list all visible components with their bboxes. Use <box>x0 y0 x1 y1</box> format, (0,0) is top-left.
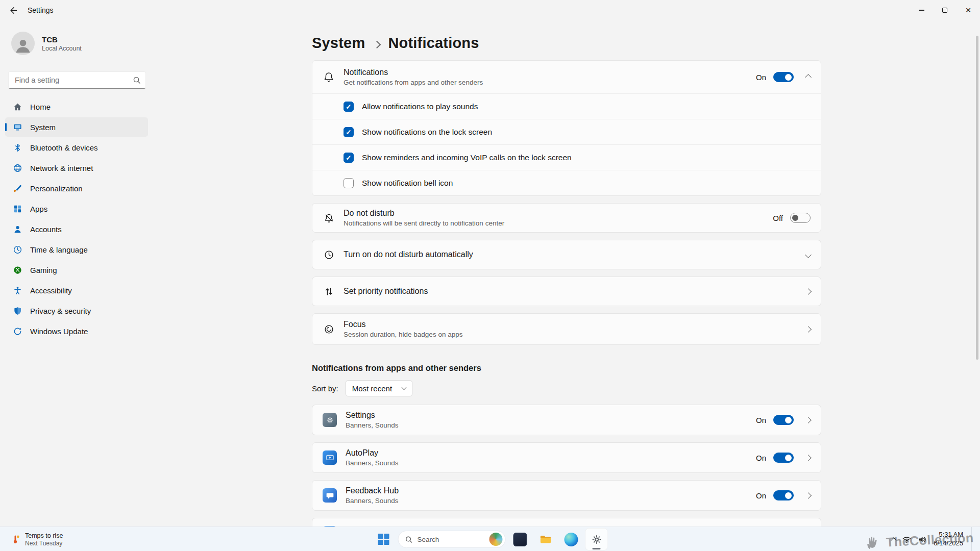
sidebar-item-label: Windows Update <box>30 327 88 336</box>
page-title: Notifications <box>388 35 479 52</box>
card-title: Notifications <box>344 68 756 77</box>
sidebar-item-label: Home <box>30 103 51 111</box>
chevron-right-icon <box>805 492 812 499</box>
account-name: TCB <box>42 35 82 44</box>
tray-chevron-up-icon[interactable] <box>891 537 896 543</box>
account-text: TCB Local Account <box>42 35 82 52</box>
find-setting-input[interactable] <box>8 71 146 89</box>
scrollbar[interactable] <box>976 36 978 360</box>
checkbox-icon[interactable] <box>344 178 354 188</box>
notifications-toggle-row[interactable]: Notifications Get notifications from app… <box>312 61 821 93</box>
app-toggle[interactable] <box>773 415 794 425</box>
close-button[interactable] <box>957 0 980 20</box>
checkbox-icon[interactable] <box>344 102 354 112</box>
back-arrow-icon <box>9 6 18 15</box>
start-button[interactable] <box>373 528 395 550</box>
option-play-sounds[interactable]: Allow notifications to play sounds <box>312 93 821 119</box>
sidebar-item-label: Accessibility <box>30 286 72 295</box>
wifi-icon[interactable] <box>902 535 912 544</box>
sidebar-item-label: Privacy & security <box>30 307 91 315</box>
sidebar-item-time-language[interactable]: Time & language <box>5 240 148 259</box>
dnd-auto-expander[interactable]: Turn on do not disturb automatically <box>312 240 821 269</box>
bell-icon <box>323 71 335 83</box>
taskbar-center: Search <box>373 527 608 551</box>
sidebar-item-network-internet[interactable]: Network & internet <box>5 158 148 178</box>
folder-icon <box>538 533 552 546</box>
maximize-button[interactable] <box>933 0 957 20</box>
focus-row[interactable]: Focus Session duration, hide badges on a… <box>312 313 821 345</box>
close-icon <box>965 5 971 15</box>
option-lock-screen[interactable]: Show notifications on the lock screen <box>312 119 821 144</box>
search-highlight-image[interactable] <box>489 533 503 546</box>
settings-app-icon <box>323 413 337 427</box>
minimize-button[interactable] <box>910 0 933 20</box>
taskbar-search[interactable]: Search <box>398 531 506 548</box>
card-title: Set priority notifications <box>344 287 801 296</box>
file-explorer-button[interactable] <box>534 528 557 550</box>
card-subtitle: Notifications will be sent directly to n… <box>344 219 773 227</box>
sidebar-item-label: System <box>30 123 56 132</box>
taskbar-clock[interactable]: 5:31 AM 6/14/2025 <box>934 531 963 548</box>
clock-date: 6/14/2025 <box>934 539 963 548</box>
maximize-icon <box>942 8 947 13</box>
sidebar: TCB Local Account Home System Bluetooth … <box>0 20 153 527</box>
app-detail: Banners, Sounds <box>346 421 756 429</box>
sidebar-item-label: Time & language <box>30 245 88 254</box>
clock-icon <box>12 244 22 255</box>
do-not-disturb-row[interactable]: Do not disturb Notifications will be sen… <box>312 203 821 233</box>
checkbox-icon[interactable] <box>344 153 354 163</box>
app-text: AutoPlay Banners, Sounds <box>346 448 756 467</box>
breadcrumb-system[interactable]: System <box>312 35 365 52</box>
taskbar-app-dark-window[interactable] <box>509 528 531 550</box>
sidebar-item-personalization[interactable]: Personalization <box>5 179 148 198</box>
app-text: Feedback Hub Banners, Sounds <box>346 486 756 505</box>
sidebar-item-bluetooth-devices[interactable]: Bluetooth & devices <box>5 138 148 157</box>
sidebar-item-apps[interactable]: Apps <box>5 199 148 218</box>
card-title: Focus <box>344 320 801 329</box>
focus-icon <box>323 324 335 335</box>
priority-notifications-row[interactable]: Set priority notifications <box>312 277 821 306</box>
checkbox-icon[interactable] <box>344 127 354 137</box>
sort-dropdown-value: Most recent <box>352 384 392 393</box>
do-not-disturb-toggle[interactable] <box>790 213 811 223</box>
toggle-state-label: On <box>756 416 766 424</box>
app-row-settings[interactable]: Settings Banners, Sounds On <box>312 405 821 435</box>
sort-dropdown[interactable]: Most recent <box>346 380 412 396</box>
sidebar-search <box>8 71 146 89</box>
back-button[interactable] <box>4 2 22 19</box>
sidebar-item-windows-update[interactable]: Windows Update <box>5 321 148 341</box>
settings-app-button[interactable] <box>585 528 608 550</box>
option-reminders-voip[interactable]: Show reminders and incoming VoIP calls o… <box>312 144 821 170</box>
card-subtitle: Session duration, hide badges on apps <box>344 331 801 338</box>
sidebar-item-accessibility[interactable]: Accessibility <box>5 281 148 300</box>
paintbrush-icon <box>12 183 22 193</box>
sidebar-item-accounts[interactable]: Accounts <box>5 219 148 239</box>
sidebar-item-system[interactable]: System <box>5 117 148 137</box>
app-row-feedback-hub[interactable]: Feedback Hub Banners, Sounds On <box>312 480 821 511</box>
sidebar-item-label: Network & internet <box>30 164 93 172</box>
account-header[interactable]: TCB Local Account <box>11 32 145 55</box>
sidebar-item-gaming[interactable]: Gaming <box>5 260 148 280</box>
app-toggle[interactable] <box>773 453 794 463</box>
shield-icon <box>12 306 22 316</box>
chevron-right-icon <box>805 455 812 461</box>
apps-section-heading: Notifications from apps and other sender… <box>312 363 821 373</box>
weather-subtitle: Next Tuesday <box>25 540 63 547</box>
card-title: Turn on do not disturb automatically <box>344 250 801 259</box>
sidebar-item-home[interactable]: Home <box>5 97 148 116</box>
sidebar-nav: Home System Bluetooth & devices Network … <box>5 97 148 341</box>
option-bell-icon[interactable]: Show notification bell icon <box>312 170 821 195</box>
checkbox-label: Show reminders and incoming VoIP calls o… <box>362 153 572 162</box>
show-desktop-button[interactable] <box>971 527 974 551</box>
edge-icon <box>564 533 578 546</box>
app-row-autoplay[interactable]: AutoPlay Banners, Sounds On <box>312 442 821 473</box>
weather-widget[interactable]: Temps to rise Next Tuesday <box>5 527 68 551</box>
volume-icon[interactable] <box>918 535 927 544</box>
avatar <box>11 32 35 55</box>
edge-browser-button[interactable] <box>560 528 582 550</box>
sidebar-item-label: Gaming <box>30 266 57 274</box>
notifications-toggle[interactable] <box>773 72 794 82</box>
account-type: Local Account <box>42 45 82 52</box>
app-toggle[interactable] <box>773 490 794 500</box>
sidebar-item-privacy-security[interactable]: Privacy & security <box>5 301 148 320</box>
